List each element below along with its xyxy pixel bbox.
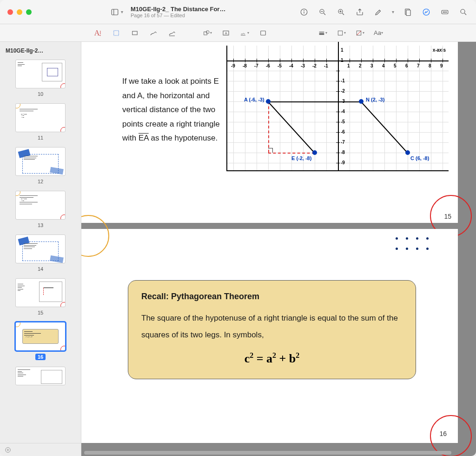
textbox-tool-icon[interactable]: A xyxy=(221,28,231,38)
dashed-vertical xyxy=(268,101,269,153)
decorative-dots xyxy=(396,237,430,251)
svg-line-6 xyxy=(324,13,325,15)
slide-15: If we take a look at points E and A, the… xyxy=(81,42,458,223)
titlebar: ▾ M10GE-IIg-2_ The Distance For… Page 16… xyxy=(0,0,476,24)
svg-rect-22 xyxy=(114,30,119,35)
thumbnail-16[interactable]: ▬▬▬▬▬▬▬▬▬▬▬▬▬▬▬▬▬▬▬▬▬▬▬▬▬ c² = a² + b² xyxy=(15,322,66,351)
page-number: 15 xyxy=(444,213,451,220)
svg-point-26 xyxy=(206,30,209,34)
svg-rect-23 xyxy=(132,31,138,35)
app-window: ▾ M10GE-IIg-2_ The Distance For… Page 16… xyxy=(0,0,476,456)
thumbnail-label: 10 xyxy=(38,91,43,97)
point-N xyxy=(359,99,364,104)
coordinate-graph: x-axis -9-8-7-6-5-4-3-2-11234567891-1-2-… xyxy=(226,46,449,171)
draw-tool-icon[interactable] xyxy=(167,28,177,38)
svg-point-19 xyxy=(446,12,447,13)
x-axis-label: x-axis xyxy=(433,47,446,53)
stroke-color-icon[interactable]: ▾ xyxy=(337,28,346,38)
line-style-icon[interactable]: ▾ xyxy=(318,28,327,38)
svg-point-17 xyxy=(443,12,444,13)
svg-line-36 xyxy=(357,31,361,35)
point-label-C: C (6, -8) xyxy=(410,155,429,161)
svg-point-20 xyxy=(461,9,465,13)
point-C xyxy=(405,150,410,155)
select-tool-icon[interactable] xyxy=(112,28,121,38)
thumbnail-11[interactable]: ▬▬▬▬▬▬▬▬▬▬▬▬▬▬▬▬▬▬▬▬▬▬▬ ▬ = ▬▬ = ▬ = ▬ xyxy=(15,103,66,132)
svg-rect-30 xyxy=(261,31,266,35)
thumbnail-label: 15 xyxy=(38,310,43,315)
fill-color-icon[interactable]: ▾ xyxy=(355,28,364,38)
markup-icon[interactable] xyxy=(373,7,383,17)
right-angle-marker xyxy=(268,148,273,153)
recall-body: The square of the hypotenuse of a right … xyxy=(141,310,403,343)
maximize-window-button[interactable] xyxy=(26,9,32,15)
thumbnail-label: 16 xyxy=(35,354,46,360)
point-label-N: N (2, -3) xyxy=(366,97,384,102)
traffic-lights xyxy=(7,9,32,15)
page-number: 16 xyxy=(439,430,447,437)
main-viewport[interactable]: If we take a look at points E and A, the… xyxy=(81,42,476,456)
svg-text:A: A xyxy=(225,31,227,35)
thumbnail-label: 13 xyxy=(38,222,43,228)
thumbnail-label: 11 xyxy=(38,135,43,141)
y-axis xyxy=(338,42,339,170)
svg-rect-14 xyxy=(406,10,410,15)
minimize-window-button[interactable] xyxy=(17,9,22,15)
text-tool-icon[interactable]: AI xyxy=(93,28,102,38)
recall-box: Recall: Pythagorean Theorem The square o… xyxy=(128,280,416,379)
document-title-block: M10GE-IIg-2_ The Distance For… Page 16 o… xyxy=(131,6,225,18)
horizontal-scrollbar[interactable] xyxy=(81,450,469,455)
dashed-horizontal xyxy=(268,153,315,154)
svg-line-9 xyxy=(342,13,344,15)
document-subtitle: Page 16 of 57 — Edited xyxy=(131,13,225,18)
svg-rect-34 xyxy=(338,31,342,35)
thumbnails-list[interactable]: ▬▬▬▬▬▬▬▬▬▬▬▬ 10 ▬▬▬▬▬▬▬▬▬▬▬▬▬▬▬▬▬▬▬▬▬▬▬ … xyxy=(0,58,81,443)
shapes-tool-icon[interactable]: ▾ xyxy=(203,28,212,38)
slide-15-body: If we take a look at points E and A, the… xyxy=(122,74,229,146)
zoom-out-icon[interactable] xyxy=(317,7,328,17)
share-icon[interactable] xyxy=(355,7,365,17)
decorative-arc-red xyxy=(430,415,472,456)
sidebar-footer xyxy=(0,443,81,456)
point-label-E: E (-2, -8) xyxy=(291,155,311,161)
info-icon[interactable] xyxy=(299,7,309,17)
svg-rect-0 xyxy=(112,9,118,15)
zoom-in-icon[interactable] xyxy=(336,7,346,17)
sign-tool-icon[interactable]: ▾ xyxy=(240,28,249,38)
pen-circle-icon[interactable] xyxy=(421,7,431,17)
slide-16: Recall: Pythagorean Theorem The square o… xyxy=(81,229,458,443)
close-window-button[interactable] xyxy=(7,9,13,15)
svg-point-18 xyxy=(444,12,445,13)
segment-AN xyxy=(268,101,361,102)
thumbnail-17[interactable]: ▬▬▬▬▬▬▬▬▬▬▬▬▬▬▬▬▬▬▬▬▬▬▬▬▬▬ xyxy=(15,367,66,385)
point-A xyxy=(266,99,271,104)
recall-title: Recall: Pythagorean Theorem xyxy=(141,292,403,302)
note-tool-icon[interactable] xyxy=(258,28,268,38)
svg-line-21 xyxy=(464,13,466,15)
redact-tool-icon[interactable] xyxy=(130,28,139,38)
sidebar-toggle-button[interactable] xyxy=(110,7,120,17)
sidebar-header: M10GE-IIg-2… xyxy=(0,42,81,58)
point-label-A: A (-6, -3) xyxy=(244,97,264,102)
font-style-icon[interactable]: Aa ▾ xyxy=(374,28,383,38)
thumbnail-14[interactable]: ▬▬▬▬▬▬▬▬▬▬▬▬▬▬▬▬▬▬▬▬▬▬▬▬▬▬▬▬▬▬▬▬▬ xyxy=(15,235,66,263)
thumbnail-13[interactable]: ▬▬▬▬▬▬▬▬▬▬▬▬▬▬▬▬▬▬▬▬▬▬▬ ▬ = ▬▬ = ▬▬▬▬▬▬▬… xyxy=(15,191,66,220)
add-page-icon[interactable] xyxy=(5,447,11,453)
thumbnail-label: 12 xyxy=(38,179,43,184)
thumbnails-sidebar: M10GE-IIg-2… ▬▬▬▬▬▬▬▬▬▬▬▬ 10 ▬▬▬▬▬▬▬▬▬▬▬… xyxy=(0,42,81,456)
rectangle-icon[interactable] xyxy=(403,7,413,17)
search-icon[interactable] xyxy=(458,7,469,17)
document-title: M10GE-IIg-2_ The Distance For… xyxy=(131,6,225,13)
thumbnail-10[interactable]: ▬▬▬▬▬▬▬▬▬▬▬▬ xyxy=(15,60,66,88)
thumbnail-label: 14 xyxy=(38,266,43,272)
sketch-tool-icon[interactable] xyxy=(149,28,158,38)
format-toolbar: AI ▾ A ▾ ▾ ▾ ▾ Aa ▾ xyxy=(0,24,476,42)
recall-formula: c2 = a2 + b2 xyxy=(141,351,403,366)
content-area: M10GE-IIg-2… ▬▬▬▬▬▬▬▬▬▬▬▬ 10 ▬▬▬▬▬▬▬▬▬▬▬… xyxy=(0,42,476,456)
point-E xyxy=(312,150,317,155)
svg-point-4 xyxy=(304,10,304,11)
form-icon[interactable] xyxy=(440,7,450,17)
thumbnail-12[interactable]: ▬▬▬▬▬▬▬▬▬▬▬▬▬▬▬▬▬▬▬▬▬▬▬▬▬▬▬ xyxy=(15,147,66,176)
thumbnail-15[interactable]: ▬▬▬▬▬▬▬▬▬▬▬▬▬▬▬▬▬▬ xyxy=(15,278,66,307)
